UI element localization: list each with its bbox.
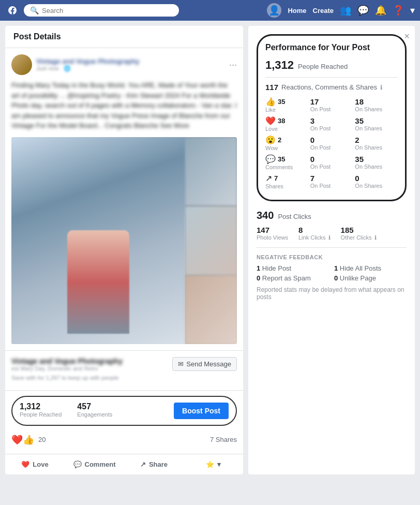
navbar: 🔍 👤 Home Create 👥 💬 🔔 ❓ ▾ [0,0,420,21]
reaction-cell-name-4: ↗ 7 Shares [265,173,308,189]
neg-label-0: Hide Post [262,264,291,272]
neg-item-2: 0 Report as Spam [257,274,329,282]
neg-label-1: Hide All Posts [340,264,381,272]
reactions-total-num: 117 [265,83,278,92]
messenger-icon[interactable]: 💬 [357,5,369,16]
reaction-on-post-3: 0 On Post [310,155,353,170]
on-post-num-2: 0 [310,136,353,144]
reaction-on-shares-3: 35 On Shares [355,155,398,170]
nav-home[interactable]: Home [288,7,306,14]
love-button[interactable]: ❤️ Love [5,456,65,472]
navbar-right: 👤 Home Create 👥 💬 🔔 ❓ ▾ [267,3,415,18]
search-bar[interactable]: 🔍 [24,4,179,17]
page-meta: est Mary Day, Domestic and Retro [11,365,237,372]
action-buttons: ❤️ Love 💬 Comment ↗ Share ⭐ ▾ [5,454,243,474]
photo-views-label: Photo Views [257,234,288,241]
on-post-label-2: On Post [310,144,353,151]
people-reached-num: 1,312 [20,402,62,411]
post-text: Finding Mary Today in the Busy World. Yo… [11,80,237,131]
people-reached-label: People Reached [20,411,62,418]
author-meta: Just now · 🌐 [36,65,225,72]
reactions-total-label: Reactions, Comments & Shares [281,83,377,91]
search-input[interactable] [42,7,161,14]
negative-feedback-section: NEGATIVE FEEDBACK 1 Hide Post1 Hide All … [257,254,407,301]
page-name: Vintage and Vogue Photography [11,357,237,365]
nav-create[interactable]: Create [313,7,334,14]
on-shares-num-4: 0 [355,174,398,183]
on-shares-num-2: 2 [355,136,398,144]
share-button[interactable]: ↗ Share [124,456,184,472]
neg-item-0: 1 Hide Post [257,264,329,272]
post-image-thumb-3 [185,276,237,344]
reaction-total-3: 35 [278,155,285,163]
on-post-label-3: On Post [310,164,353,170]
post-image [11,137,237,344]
post-content: Vintage and Vogue Photography Just now ·… [5,48,243,350]
on-post-num-4: 7 [310,174,353,183]
on-post-label-1: On Post [310,125,353,131]
other-clicks-stat: 185 Other Clicks ℹ [341,226,377,241]
link-clicks-num: 8 [298,226,331,234]
reaction-on-post-2: 0 On Post [310,136,353,151]
engagements-label: Engagements [77,411,112,418]
on-post-num-0: 17 [310,97,353,106]
link-clicks-label: Link Clicks ℹ [298,234,331,241]
on-shares-num-3: 35 [355,155,398,164]
on-shares-label-1: On Shares [355,125,398,131]
user-avatar[interactable]: 👤 [267,3,281,18]
neg-item-3: 0 Unlike Page [334,274,407,282]
other-clicks-info-icon[interactable]: ℹ [374,234,377,241]
comment-button[interactable]: 💬 Comment [65,456,124,472]
divider-1 [265,77,398,78]
on-shares-num-1: 35 [355,116,398,125]
reaction-on-post-4: 7 On Post [310,174,353,189]
reaction-row-comments: 💬 35 Comments 0 On Post 35 On Shares [265,154,398,170]
post-more-icon[interactable]: ··· [229,60,237,70]
reactions-header: 117 Reactions, Comments & Shares ℹ [265,83,398,92]
neg-feedback-title: NEGATIVE FEEDBACK [257,254,407,260]
share-icon: ↗ [140,461,146,468]
star-button[interactable]: ⭐ ▾ [184,456,243,472]
facebook-logo[interactable] [5,3,20,18]
boost-post-button[interactable]: Boost Post [174,403,229,419]
people-reached-perf: 1,312 People Reached [265,58,398,72]
divider-2 [257,247,407,248]
neg-num-0: 1 [257,264,260,272]
reaction-emoji-4: ↗ [265,173,272,183]
friends-icon[interactable]: 👥 [340,5,351,16]
post-image-thumb-1 [185,137,237,205]
performance-title: Performance for Your Post [265,43,398,52]
chevron-down-icon[interactable]: ▾ [410,5,415,16]
on-shares-label-3: On Shares [355,164,398,170]
author-avatar [11,54,32,75]
main-container: Post Details Vintage and Vogue Photograp… [0,21,420,480]
people-reached-stat: 1,312 People Reached [20,402,62,418]
engagements-stat: 457 Engagements [77,402,112,418]
reaction-total-1: 38 [278,117,285,125]
link-clicks-info-icon[interactable]: ℹ [328,234,331,241]
neg-num-3: 0 [334,274,338,282]
reaction-on-post-0: 17 On Post [310,97,353,112]
reactions-count: 20 [38,436,46,443]
on-post-num-1: 3 [310,116,353,125]
reactions-shares-row: ❤️ 👍 20 7 Shares [11,431,237,449]
neg-num-1: 1 [334,264,338,272]
reaction-on-shares-4: 0 On Shares [355,174,398,189]
on-shares-label-2: On Shares [355,144,398,151]
neg-label-2: Report as Spam [262,274,311,282]
close-button[interactable]: × [404,31,410,42]
reaction-emoji-2: 😮 [265,135,276,145]
reaction-row-shares: ↗ 7 Shares 7 On Post 0 On Shares [265,173,398,189]
notifications-icon[interactable]: 🔔 [375,5,386,16]
people-reached-perf-num: 1,312 [265,58,294,72]
post-clicks-label: Post Clicks [278,213,311,220]
help-icon[interactable]: ❓ [393,5,404,16]
reactions-info-icon[interactable]: ℹ [380,84,383,91]
reaction-on-shares-1: 35 On Shares [355,116,398,131]
reaction-row-love: ❤️ 38 Love 3 On Post 35 On Shares [265,116,398,132]
reaction-cell-name-0: 👍 35 Like [265,97,308,113]
reaction-emoji-1: ❤️ [265,116,276,126]
other-clicks-num: 185 [341,226,377,234]
performance-oval: Performance for Your Post 1,312 People R… [257,34,407,201]
shares-count[interactable]: 7 Shares [210,436,237,443]
